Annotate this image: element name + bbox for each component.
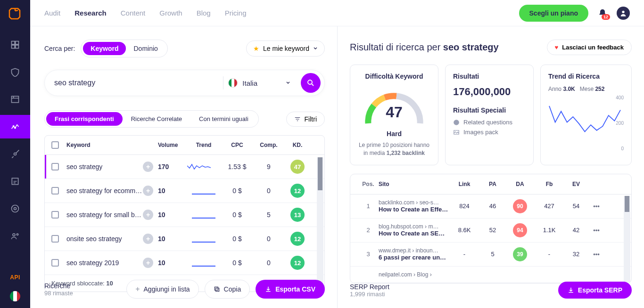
sidebar-item-growth[interactable]	[0, 142, 30, 166]
search-mode-label: Cerca per:	[44, 45, 75, 52]
avatar-button[interactable]	[617, 7, 630, 20]
nav-links: Audit Research Content Growth Blog Prici…	[44, 9, 247, 17]
serp-scrollbar[interactable]	[624, 196, 630, 282]
sidebar-item-research[interactable]	[0, 115, 30, 138]
add-keyword-button[interactable]: +	[143, 234, 153, 244]
nav-link-blog[interactable]: Blog	[197, 9, 211, 17]
search-button[interactable]	[301, 73, 321, 93]
special-results-title: Risultati Speciali	[453, 106, 526, 114]
select-all-checkbox[interactable]	[51, 141, 59, 149]
hdr-pa[interactable]: PA	[479, 181, 506, 187]
hdr-volume[interactable]: Volume	[158, 142, 187, 148]
search-pill-domain[interactable]: Dominio	[126, 42, 165, 55]
table-row[interactable]: seo strategy for ecomm…+100 $012	[45, 179, 324, 203]
cell-fb: 427	[534, 203, 564, 210]
hdr-kd[interactable]: KD.	[283, 142, 312, 148]
filter-button[interactable]: Filtri	[286, 112, 325, 127]
row-checkbox[interactable]	[51, 187, 59, 195]
svg-point-10	[12, 205, 19, 212]
export-serp-button[interactable]: Esporta SERP	[558, 282, 632, 299]
table-row[interactable]: seo strategy for small b…+100 $513	[45, 203, 324, 227]
cell-kd: 12	[283, 184, 312, 198]
copy-icon	[214, 286, 220, 292]
cell-pa: 46	[479, 203, 506, 210]
svg-point-17	[454, 120, 459, 125]
cell-volume: 10	[158, 235, 187, 243]
keyword-table-header: Keyword Volume Trend CPC Comp. KD.	[45, 136, 324, 155]
chevron-down-icon	[286, 81, 290, 85]
copy-button[interactable]: Copia	[205, 280, 250, 299]
notifications-button[interactable]: 12	[598, 8, 607, 18]
hdr-link[interactable]: Link	[449, 181, 479, 187]
special-item-label: Images pack	[463, 129, 498, 136]
svg-point-11	[13, 234, 15, 236]
row-checkbox[interactable]	[51, 211, 59, 219]
panel-right: Risultati di ricerca per seo strategy ♥ …	[338, 26, 644, 308]
row-checkbox[interactable]	[51, 259, 59, 267]
nav-link-pricing[interactable]: Pricing	[225, 9, 247, 17]
sidebar-item-reports[interactable]	[0, 170, 30, 193]
cell-volume: 10	[158, 187, 187, 195]
hdr-cpc[interactable]: CPC	[220, 142, 254, 148]
nav-link-audit[interactable]: Audit	[44, 9, 60, 17]
keyword-scrollbar[interactable]	[317, 157, 323, 291]
add-to-list-button[interactable]: + Aggiungi in lista	[126, 280, 198, 299]
feedback-button[interactable]: ♥ Lasciaci un feedback	[547, 40, 632, 55]
search-pill-keyword[interactable]: Keyword	[83, 42, 126, 55]
hdr-site[interactable]: Sito	[379, 181, 449, 187]
search-input[interactable]	[54, 79, 218, 87]
kw-tab-related[interactable]: Ricerche Correlate	[123, 112, 190, 126]
hdr-keyword[interactable]: Keyword	[66, 142, 143, 148]
hdr-trend[interactable]: Trend	[187, 142, 220, 148]
add-keyword-button[interactable]: +	[143, 186, 153, 196]
language-flag-icon[interactable]	[10, 291, 20, 301]
sidebar-item-content[interactable]	[0, 88, 30, 111]
sidebar-item-dashboard[interactable]	[0, 33, 30, 57]
hdr-ev[interactable]: EV	[564, 181, 588, 187]
sidebar-item-users[interactable]	[0, 224, 30, 248]
difficulty-note: Le prime 10 posizioni hanno in media 1,2…	[358, 141, 430, 157]
hdr-comp[interactable]: Comp.	[254, 142, 283, 148]
add-keyword-button[interactable]: +	[143, 258, 153, 268]
sidebar-item-audit[interactable]	[0, 60, 30, 84]
trend-title: Trend di Ricerca	[548, 73, 624, 80]
trend-tick: 0	[621, 146, 624, 151]
cell-link: 8.6K	[449, 227, 479, 234]
table-row[interactable]: 1backlinko.com › seo-s…How to Create an …	[350, 195, 631, 219]
nav-link-growth[interactable]: Growth	[159, 9, 182, 17]
table-row[interactable]: seo strategy 2019+100 $012	[45, 251, 324, 275]
my-keywords-button[interactable]: ★ Le mie keyword	[246, 41, 325, 57]
cell-link: -	[449, 251, 479, 258]
table-row[interactable]: onsite seo strategy+100 $012	[45, 227, 324, 251]
svg-point-12	[17, 234, 18, 235]
row-more-button[interactable]: •••	[588, 251, 605, 258]
export-csv-label: Esporta CSV	[275, 285, 315, 293]
add-keyword-button[interactable]: +	[143, 210, 153, 220]
sidebar-item-settings[interactable]	[0, 197, 30, 220]
table-row[interactable]: seo strategy+1701.53 $947	[45, 155, 324, 179]
difficulty-value: 47	[358, 104, 430, 121]
table-row[interactable]: 2blog.hubspot.com › m…How to Create an S…	[350, 219, 631, 243]
add-keyword-button[interactable]: +	[143, 162, 153, 172]
hdr-fb[interactable]: Fb	[534, 181, 564, 187]
plan-button[interactable]: Scegli un piano	[519, 5, 588, 22]
row-more-button[interactable]: •••	[588, 203, 605, 210]
row-checkbox[interactable]	[51, 163, 59, 170]
row-checkbox[interactable]	[51, 235, 59, 243]
nav-link-research[interactable]: Research	[74, 9, 107, 17]
kw-tab-phrases[interactable]: Frasi corrispondenti	[46, 112, 123, 126]
table-row[interactable]: neilpatel.com › Blog ›	[350, 267, 631, 283]
nav-link-content[interactable]: Content	[121, 9, 146, 17]
results-title-prefix: Risultati di ricerca per	[350, 42, 443, 52]
row-more-button[interactable]: •••	[588, 227, 605, 234]
app-logo[interactable]	[8, 7, 22, 20]
hdr-pos[interactable]: Pos.	[358, 181, 379, 187]
api-label[interactable]: API	[10, 274, 20, 281]
table-row[interactable]: 3www.dmep.it › inboun…6 passi per creare…	[350, 243, 631, 267]
hdr-da[interactable]: DA	[506, 181, 534, 187]
download-icon	[265, 286, 272, 292]
feedback-label: Lasciaci un feedback	[562, 44, 624, 51]
kw-tab-same-terms[interactable]: Con termini uguali	[190, 112, 257, 126]
export-csv-button[interactable]: Esporta CSV	[256, 280, 325, 299]
country-select[interactable]: Italia	[228, 78, 296, 88]
